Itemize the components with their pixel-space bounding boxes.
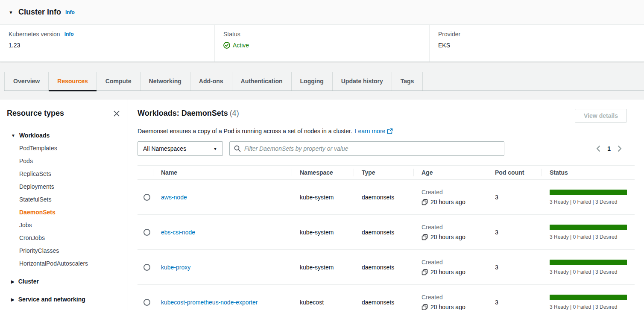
copy-icon[interactable] — [422, 234, 428, 240]
sidebar-group-service-networking[interactable]: ▶ Service and networking — [0, 293, 128, 306]
check-circle-icon — [223, 42, 230, 49]
caret-right-icon: ▶ — [11, 297, 15, 302]
status-progress-bar — [550, 295, 627, 300]
tab-resources[interactable]: Resources — [48, 72, 97, 91]
copy-icon[interactable] — [422, 304, 428, 310]
age-cell: Created 20 hours ago — [413, 259, 487, 275]
current-page-number[interactable]: 1 — [607, 145, 611, 152]
next-page-icon[interactable] — [617, 145, 623, 152]
provider-value: EKS — [438, 42, 635, 49]
daemonsets-description: Daemonset ensures a copy of a Pod is run… — [138, 128, 635, 135]
type-cell: daemonsets — [354, 229, 413, 236]
namespace-filter-select[interactable]: All Namespaces ▼ — [138, 141, 223, 156]
sidebar-item-cronjobs[interactable]: CronJobs — [0, 231, 128, 244]
row-count-badge: (4) — [230, 109, 239, 117]
tab-add-ons[interactable]: Add-ons — [190, 72, 232, 91]
kubernetes-version-label: Kubernetes version — [9, 31, 60, 38]
resources-panel: Resource types ▼ Workloads PodTemplates … — [0, 99, 644, 310]
column-header-type: Type — [354, 166, 413, 179]
column-header-namespace: Namespace — [292, 166, 354, 179]
tab-compute[interactable]: Compute — [97, 72, 140, 91]
age-cell: Created 20 hours ago — [413, 189, 487, 205]
sidebar-item-replicasets[interactable]: ReplicaSets — [0, 167, 128, 180]
sidebar-item-pods[interactable]: Pods — [0, 155, 128, 167]
sidebar-item-podtemplates[interactable]: PodTemplates — [0, 142, 128, 155]
sidebar-item-daemonsets[interactable]: DaemonSets — [0, 206, 128, 219]
external-link-icon — [387, 128, 393, 134]
row-radio-button[interactable] — [143, 299, 150, 306]
table-row: aws-node kube-system daemonsets Created … — [138, 180, 635, 215]
column-header-name: Name — [153, 166, 292, 179]
kubernetes-version-info-link[interactable]: Info — [64, 31, 74, 37]
filter-search-box[interactable] — [229, 141, 504, 156]
sidebar-group-workloads[interactable]: ▼ Workloads — [0, 129, 128, 142]
type-cell: daemonsets — [354, 299, 413, 306]
daemonsets-main: Workloads: DaemonSets (4) View details D… — [128, 99, 644, 310]
daemonset-name-link[interactable]: aws-node — [161, 194, 187, 201]
namespace-cell: kubecost — [292, 299, 354, 306]
kubernetes-version-value: 1.23 — [9, 42, 206, 49]
column-header-pod-count: Pod count — [487, 166, 542, 179]
row-radio-button[interactable] — [143, 229, 150, 236]
row-radio-button[interactable] — [143, 194, 150, 201]
sidebar-item-horizontalpodautoscalers[interactable]: HorizontalPodAutoscalers — [0, 257, 128, 270]
previous-page-icon[interactable] — [595, 145, 601, 152]
provider-label: Provider — [438, 31, 635, 38]
pod-count-cell: 3 — [487, 299, 542, 306]
provider-field: Provider EKS — [429, 25, 644, 61]
age-cell: Created 20 hours ago — [413, 294, 487, 310]
pod-count-cell: 3 — [487, 229, 542, 236]
close-icon[interactable] — [113, 110, 120, 117]
sidebar-item-statefulsets[interactable]: StatefulSets — [0, 193, 128, 206]
caret-down-icon: ▼ — [11, 133, 15, 138]
column-header-status: Status — [542, 166, 635, 179]
cluster-info-title: Cluster info — [18, 8, 61, 17]
cluster-info-card: ▼ Cluster info Info Kubernetes version I… — [0, 0, 644, 62]
table-row: kubecost-prometheus-node-exporter kubeco… — [138, 285, 635, 310]
view-details-button[interactable]: View details — [575, 109, 627, 123]
cluster-info-header[interactable]: ▼ Cluster info Info — [0, 0, 644, 25]
copy-icon[interactable] — [422, 199, 428, 205]
filter-search-input[interactable] — [244, 145, 500, 152]
status-cell: 3 Ready | 0 Failed | 3 Desired — [542, 260, 635, 275]
tab-authentication[interactable]: Authentication — [232, 72, 291, 91]
caret-right-icon: ▶ — [11, 279, 15, 284]
pod-count-cell: 3 — [487, 264, 542, 271]
sidebar-item-jobs[interactable]: Jobs — [0, 219, 128, 231]
tab-logging[interactable]: Logging — [291, 72, 332, 91]
sidebar-item-priorityclasses[interactable]: PriorityClasses — [0, 244, 128, 257]
chevron-down-icon: ▼ — [213, 146, 217, 151]
table-header-row: Name Namespace Type Age Pod count Status — [138, 165, 635, 180]
daemonset-name-link[interactable]: kubecost-prometheus-node-exporter — [161, 299, 258, 306]
sidebar-group-cluster[interactable]: ▶ Cluster — [0, 275, 128, 288]
status-progress-bar — [550, 260, 627, 265]
daemonset-name-link[interactable]: ebs-csi-node — [161, 229, 195, 236]
status-text: 3 Ready | 0 Failed | 3 Desired — [550, 199, 627, 205]
daemonset-name-link[interactable]: kube-proxy — [161, 264, 190, 271]
tab-networking[interactable]: Networking — [140, 72, 190, 91]
pagination: 1 — [595, 145, 623, 152]
namespace-cell: kube-system — [292, 264, 354, 271]
page-title: Workloads: DaemonSets — [138, 109, 228, 117]
learn-more-link[interactable]: Learn more — [355, 128, 393, 135]
status-progress-bar — [550, 225, 627, 230]
copy-icon[interactable] — [422, 269, 428, 275]
tab-update-history[interactable]: Update history — [332, 72, 392, 91]
cluster-info-link[interactable]: Info — [65, 9, 75, 15]
tab-overview[interactable]: Overview — [4, 72, 48, 91]
pod-count-cell: 3 — [487, 194, 542, 201]
row-radio-button[interactable] — [143, 264, 150, 271]
tab-tags[interactable]: Tags — [392, 72, 423, 91]
cluster-tabs: Overview Resources Compute Networking Ad… — [4, 72, 644, 91]
status-field: Status Active — [214, 25, 429, 61]
sidebar-item-deployments[interactable]: Deployments — [0, 180, 128, 193]
status-cell: 3 Ready | 0 Failed | 3 Desired — [542, 225, 635, 240]
type-cell: daemonsets — [354, 194, 413, 201]
resource-types-sidebar: Resource types ▼ Workloads PodTemplates … — [0, 99, 128, 310]
collapse-caret-icon[interactable]: ▼ — [9, 10, 13, 15]
namespace-filter-value: All Namespaces — [143, 145, 186, 152]
table-row: kube-proxy kube-system daemonsets Create… — [138, 250, 635, 285]
status-cell: 3 Ready | 0 Failed | 3 Desired — [542, 190, 635, 205]
cluster-info-fields: Kubernetes version Info 1.23 Status Acti… — [0, 25, 644, 61]
status-progress-bar — [550, 190, 627, 195]
